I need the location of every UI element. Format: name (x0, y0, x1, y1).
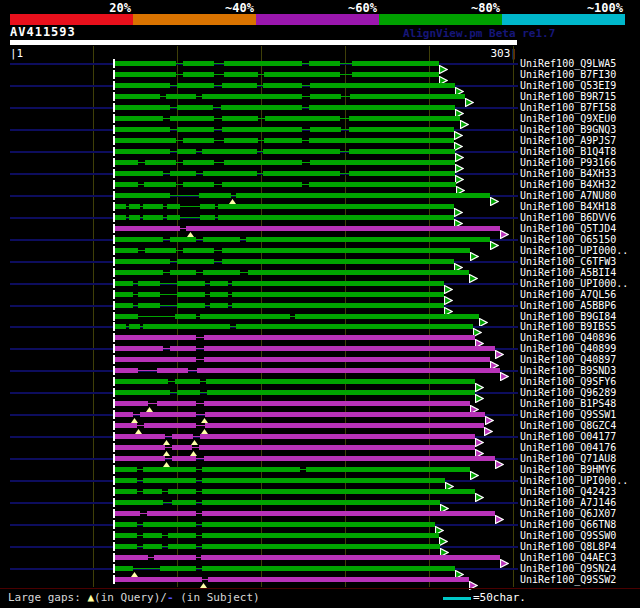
row-label[interactable]: UniRef100_Q71AU8 (520, 453, 616, 464)
alignment-gap-connector (176, 63, 183, 64)
row-label[interactable]: UniRef100_Q9XEU0 (520, 113, 616, 124)
alignment-segment (197, 368, 500, 373)
row-label[interactable]: UniRef100_B9IBS5 (520, 321, 616, 332)
alignment-segment (168, 489, 196, 494)
row-label[interactable]: UniRef100_A7QL56 (520, 289, 616, 300)
row-label[interactable]: UniRef100_Q40899 (520, 343, 616, 354)
row-label[interactable]: UniRef100_B6DVV6 (520, 212, 616, 223)
alignment-gap-connector (258, 118, 265, 119)
alignment-segment (143, 467, 196, 472)
row-label[interactable]: UniRef100_O04176 (520, 442, 616, 453)
alignment-segment (263, 149, 340, 154)
alignment-gap-connector (214, 184, 222, 185)
row-label[interactable]: UniRef100_Q53EI9 (520, 80, 616, 91)
alignment-segment (115, 270, 163, 275)
row-label[interactable]: UniRef100_B9GNQ3 (520, 124, 616, 135)
row-label[interactable]: UniRef100_A5BII4 (520, 267, 616, 278)
alignment-gap-connector (240, 272, 248, 273)
alignment-segment (222, 127, 302, 132)
alignment-segment (349, 127, 454, 132)
alignment-gap-connector (176, 162, 183, 163)
alignment-segment (306, 467, 470, 472)
row-label[interactable]: UniRef100_Q40897 (520, 354, 616, 365)
row-label[interactable]: UniRef100_Q96289 (520, 387, 616, 398)
alignment-segment (232, 281, 444, 286)
alignment-gap-connector (214, 250, 222, 251)
row-label[interactable]: UniRef100_C6TFW3 (520, 256, 616, 267)
alignment-segment (115, 72, 176, 77)
alignment-segment (199, 193, 231, 198)
alignment-segment (143, 324, 230, 329)
row-label[interactable]: UniRef100_B4XH32 (520, 179, 616, 190)
alignment-gap-connector (170, 85, 177, 86)
alignment-segment (202, 149, 257, 154)
alignment-gap-connector (170, 107, 177, 108)
row-label[interactable]: UniRef100_B4XH18 (520, 201, 616, 212)
row-label[interactable]: UniRef100_UPI000.. (520, 475, 628, 486)
row-label[interactable]: UniRef100_Q9SSW1 (520, 409, 616, 420)
alignment-segment (265, 116, 340, 121)
alignment-segment (115, 357, 196, 362)
alignment-segment (349, 116, 460, 121)
row-label[interactable]: UniRef100_Q6JX07 (520, 508, 616, 519)
row-label[interactable]: UniRef100_UPI000.. (520, 245, 628, 256)
row-label[interactable]: UniRef100_A7NU80 (520, 190, 616, 201)
row-label[interactable]: UniRef100_Q9SSW0 (520, 530, 616, 541)
row-label[interactable]: UniRef100_B1PS48 (520, 398, 616, 409)
row-label[interactable]: UniRef100_Q9SFY6 (520, 376, 616, 387)
alignment-segment (172, 445, 192, 450)
alignment-segment (115, 127, 170, 132)
alignment-segment (183, 72, 214, 77)
row-label[interactable]: UniRef100_Q9SN24 (520, 563, 616, 574)
alignment-segment (264, 72, 340, 77)
alignment-gap-connector (176, 250, 183, 251)
row-label[interactable]: UniRef100_Q42423 (520, 486, 616, 497)
alignment-segment (177, 292, 205, 297)
row-label[interactable]: UniRef100_O04177 (520, 431, 616, 442)
alignment-gap-connector (196, 425, 205, 426)
alignment-segment (143, 489, 162, 494)
row-label[interactable]: UniRef100_A7J146 (520, 497, 616, 508)
alignment-segment (236, 193, 490, 198)
alignment-segment (202, 544, 440, 549)
row-label[interactable]: UniRef100_Q9LWA5 (520, 58, 616, 69)
alignment-segment (263, 83, 302, 88)
row-label[interactable]: UniRef100_B4XH33 (520, 168, 616, 179)
row-label[interactable]: UniRef100_B7FI30 (520, 69, 616, 80)
row-label[interactable]: UniRef100_UPI000.. (520, 278, 628, 289)
row-label[interactable]: UniRef100_Q5TJD4 (520, 223, 616, 234)
alignment-gap-connector (170, 151, 177, 152)
alignment-segment (115, 182, 138, 187)
row-label[interactable]: UniRef100_B1Q4T8 (520, 146, 616, 157)
row-label[interactable]: UniRef100_Q9SSW2 (520, 574, 616, 585)
row-label[interactable]: UniRef100_Q40896 (520, 332, 616, 343)
legend-mid: (in Query)/ (94, 591, 167, 604)
row-label[interactable]: UniRef100_Q66TN8 (520, 519, 616, 530)
row-label[interactable]: UniRef100_Q8GZC4 (520, 420, 616, 431)
alignment-segment (147, 511, 196, 516)
alignment-gap-connector (160, 305, 177, 306)
alignment-gap-connector (170, 261, 177, 262)
row-label[interactable]: UniRef100_B9HMY6 (520, 464, 616, 475)
alignment-segment (202, 533, 439, 538)
alignment-segment (157, 401, 196, 406)
alignment-gap-connector (165, 458, 172, 459)
row-label[interactable]: UniRef100_B9SND3 (520, 365, 616, 376)
row-label[interactable]: UniRef100_B7FI58 (520, 102, 616, 113)
alignment-segment (154, 555, 196, 560)
row-label[interactable]: UniRef100_Q8L8P4 (520, 541, 616, 552)
row-label[interactable]: UniRef100_Q4AEC3 (520, 552, 616, 563)
alignment-segment (115, 577, 202, 582)
alignment-segment (177, 259, 214, 264)
alignment-segment (143, 522, 196, 527)
alignment-gap-connector (214, 261, 222, 262)
alignment-segment (202, 489, 475, 494)
alignment-gap-connector (340, 151, 349, 152)
row-label[interactable]: UniRef100_A5BBP6 (520, 300, 616, 311)
alignment-gap-connector (340, 74, 352, 75)
row-label[interactable]: UniRef100_A9PJS7 (520, 135, 616, 146)
alignment-gap-connector (176, 74, 183, 75)
row-label[interactable]: UniRef100_P93166 (520, 157, 616, 168)
row-label[interactable]: UniRef100_B9R715 (520, 91, 616, 102)
row-label[interactable]: UniRef100_O65150 (520, 234, 616, 245)
